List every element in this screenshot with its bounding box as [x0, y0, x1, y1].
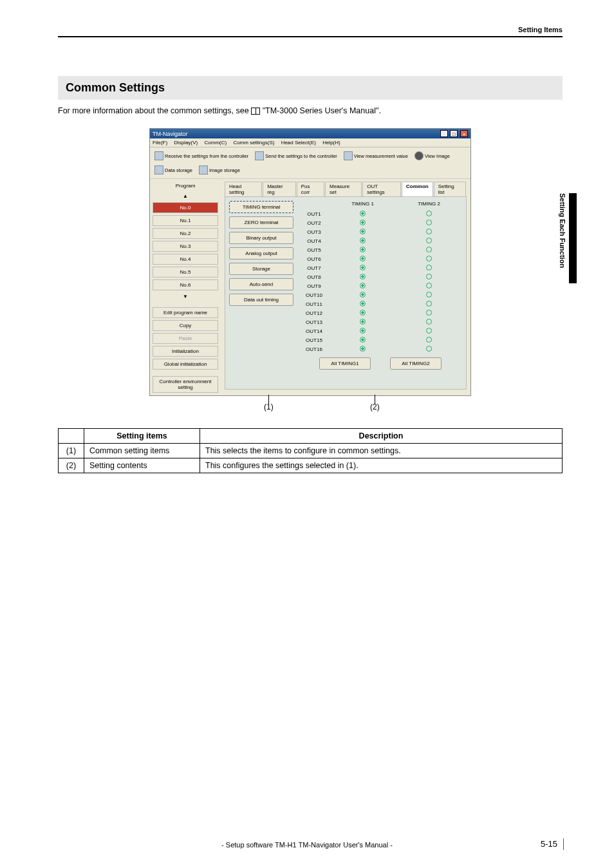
program-no1[interactable]: No.1 [153, 215, 218, 226]
radio-timing2[interactable] [426, 310, 432, 316]
data-out-timing-button[interactable]: Data out timing [229, 294, 293, 306]
radio-timing2[interactable] [426, 283, 432, 288]
menu-head-select[interactable]: Head Select(E) [281, 140, 316, 146]
radio-timing1[interactable] [360, 256, 366, 261]
scroll-down-icon[interactable]: ▼ [153, 292, 218, 301]
radio-timing1[interactable] [360, 220, 366, 225]
analog-output-button[interactable]: Analog output [229, 247, 293, 259]
copy-button[interactable]: Copy [153, 320, 218, 331]
radio-timing2[interactable] [426, 247, 432, 252]
radio-timing1[interactable] [360, 247, 366, 252]
tab-master-reg[interactable]: Master reg [263, 182, 296, 196]
program-no3[interactable]: No.3 [153, 241, 218, 252]
all-timing1-button[interactable]: All TIMING1 [319, 357, 371, 370]
radio-timing1[interactable] [360, 319, 366, 325]
radio-timing2[interactable] [426, 229, 432, 234]
tab-body-common: TIMING terminal ZERO terminal Binary out… [225, 196, 467, 390]
menu-display[interactable]: Display(V) [174, 140, 198, 146]
menu-help[interactable]: Help(H) [322, 140, 340, 146]
radio-timing2[interactable] [426, 220, 432, 225]
radio-timing1[interactable] [360, 310, 366, 316]
maximize-button[interactable]: □ [450, 130, 458, 137]
binary-output-button[interactable]: Binary output [229, 232, 293, 244]
out-label: OUT13 [299, 319, 330, 325]
radio-timing2[interactable] [426, 301, 432, 307]
radio-timing2[interactable] [426, 274, 432, 279]
timing-terminal-button[interactable]: TIMING terminal [229, 201, 293, 213]
initialization-button[interactable]: Initialization [153, 346, 218, 357]
radio-timing1[interactable] [360, 229, 366, 234]
zero-terminal-button[interactable]: ZERO terminal [229, 216, 293, 229]
storage-button[interactable]: Storage [229, 263, 293, 275]
toolbar-data-storage[interactable]: Data storage [153, 164, 194, 176]
minimize-button[interactable]: _ [440, 130, 448, 137]
radio-timing2[interactable] [426, 346, 432, 352]
row2-num: (2) [59, 458, 84, 473]
window-titlebar: TM-Navigator _ □ × [150, 129, 470, 138]
tab-measure-set[interactable]: Measure set [325, 182, 362, 196]
auto-send-button[interactable]: Auto-send [229, 278, 293, 290]
radio-timing2[interactable] [426, 211, 432, 216]
program-no2[interactable]: No.2 [153, 228, 218, 239]
tab-head-setting[interactable]: Head setting [225, 182, 262, 196]
toolbar-receive[interactable]: Receive the settings from the controller [153, 150, 250, 162]
th-blank [59, 429, 84, 444]
toolbar: Receive the settings from the controller… [150, 147, 470, 179]
radio-timing1[interactable] [360, 292, 366, 297]
close-button[interactable]: × [460, 130, 468, 137]
radio-timing2[interactable] [426, 238, 432, 243]
radio-timing1[interactable] [360, 238, 366, 243]
radio-timing2[interactable] [426, 292, 432, 297]
tab-pos-corr[interactable]: Pos corr [297, 182, 324, 196]
toolbar-image-storage-label: Image storage [209, 167, 240, 173]
out-label: OUT15 [299, 337, 330, 343]
radio-timing1[interactable] [360, 274, 366, 279]
tab-common[interactable]: Common [402, 182, 433, 196]
out-row: OUT5 [299, 245, 462, 254]
toolbar-view-image[interactable]: View Image [413, 150, 452, 162]
menu-comm-settings[interactable]: Comm settings(S) [233, 140, 274, 146]
program-no4[interactable]: No.4 [153, 254, 218, 265]
radio-timing1[interactable] [360, 283, 366, 288]
global-initialization-button[interactable]: Global initialization [153, 359, 218, 370]
settings-table: Setting items Description (1) Common set… [58, 428, 563, 473]
out-label: OUT10 [299, 292, 330, 298]
footer-center: - Setup software TM-H1 TM-Navigator User… [221, 841, 393, 849]
out-label: OUT1 [299, 211, 330, 217]
book-icon [251, 108, 260, 115]
common-setting-items: TIMING terminal ZERO terminal Binary out… [229, 201, 293, 385]
radio-timing1[interactable] [360, 265, 366, 270]
menu-comm[interactable]: Comm(C) [204, 140, 227, 146]
program-no5[interactable]: No.5 [153, 267, 218, 278]
menu-file[interactable]: File(F) [153, 140, 167, 146]
menu-bar: File(F) Display(V) Comm(C) Comm settings… [150, 138, 470, 147]
tab-setting-list[interactable]: Setting list [434, 182, 466, 196]
window-buttons: _ □ × [440, 130, 468, 137]
radio-timing2[interactable] [426, 319, 432, 325]
radio-timing1[interactable] [360, 328, 366, 334]
radio-timing2[interactable] [426, 328, 432, 334]
radio-timing1[interactable] [360, 301, 366, 307]
toolbar-send[interactable]: Send the settings to the controller [253, 150, 339, 162]
program-no6[interactable]: No.6 [153, 279, 218, 290]
intro-text: For more information about the common se… [58, 106, 563, 115]
radio-timing1[interactable] [360, 346, 366, 352]
scroll-up-icon[interactable]: ▲ [153, 192, 218, 200]
out-label: OUT11 [299, 301, 330, 307]
paste-button[interactable]: Paste [153, 333, 218, 344]
toolbar-send-label: Send the settings to the controller [265, 153, 337, 159]
toolbar-view-meas[interactable]: View measurement value [342, 150, 410, 162]
tab-out-settings[interactable]: OUT settings [362, 182, 401, 196]
radio-timing1[interactable] [360, 211, 366, 216]
program-no0[interactable]: No.0 [153, 202, 218, 213]
edit-program-name-button[interactable]: Edit program name [153, 307, 218, 318]
toolbar-image-storage[interactable]: Image storage [197, 164, 242, 176]
out-row: OUT13 [299, 317, 462, 326]
radio-timing2[interactable] [426, 256, 432, 261]
radio-timing1[interactable] [360, 337, 366, 343]
controller-env-button[interactable]: Controller environment setting [153, 376, 218, 393]
radio-timing2[interactable] [426, 337, 432, 343]
th-desc: Description [200, 429, 563, 444]
all-timing2-button[interactable]: All TIMING2 [390, 357, 442, 370]
radio-timing2[interactable] [426, 265, 432, 270]
